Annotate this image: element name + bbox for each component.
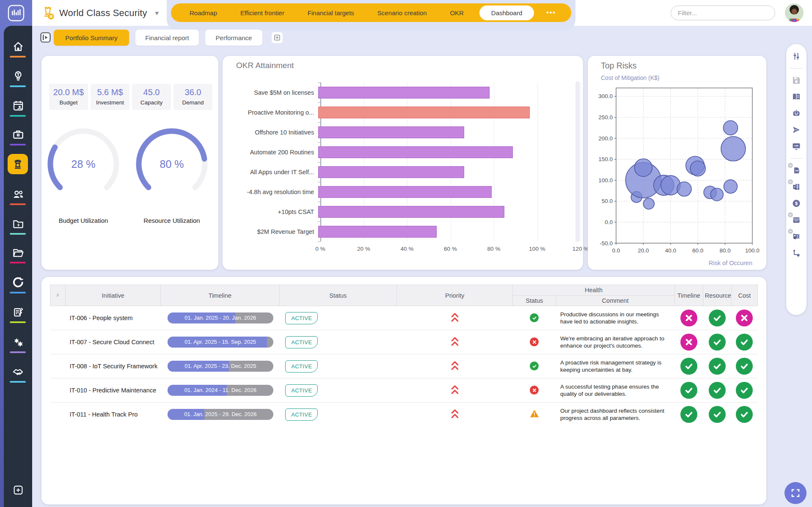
toolbar-send-button[interactable] [791, 124, 802, 135]
col-header-health-status[interactable]: Status [513, 296, 556, 306]
sidebar-item-documents[interactable] [4, 246, 32, 259]
toolbar-presentation-button[interactable] [791, 141, 802, 152]
portfolio-icon [12, 128, 25, 141]
okr-bar [318, 206, 504, 218]
kpi-capacity: 45.0 Capacity [132, 84, 171, 110]
col-header-resource-health[interactable]: Resource [703, 285, 731, 306]
assistant-icon [791, 108, 801, 118]
toolbar-export-excel-button[interactable]: X [791, 181, 802, 192]
timeline-gantt-bar[interactable]: 01. Jan. 2025 - 20. Jan. 2026 [168, 312, 273, 323]
scenarios-icon [12, 306, 25, 318]
col-header-priority[interactable]: Priority [396, 285, 512, 306]
chevron-down-badge[interactable] [788, 179, 793, 184]
right-toolbar: PDFX$ [786, 44, 806, 315]
sidebar-item-projects[interactable] [4, 217, 32, 230]
table-row[interactable]: IT-011 - Health Track Pro01. Jan. 2025 -… [50, 403, 758, 427]
status-badge: ACTIVE [285, 408, 318, 421]
toolbar-schedule-button[interactable] [791, 214, 802, 225]
toolbar-workflow-settings-button[interactable] [791, 247, 802, 258]
nav-tab-dashboard[interactable]: Dashboard [479, 5, 534, 20]
sidebar-item-partners[interactable] [4, 365, 32, 378]
toolbar-save-button[interactable] [791, 75, 802, 86]
col-header-cost-health[interactable]: Cost [731, 285, 757, 306]
add-tab-button[interactable] [271, 31, 284, 46]
col-header-initiative[interactable]: Initiative [66, 285, 161, 306]
col-header-index[interactable]: # [50, 285, 66, 306]
okr-bar-row: $2M Revenue Target [234, 222, 572, 241]
chevron-down-icon[interactable]: ▼ [154, 10, 160, 16]
status-badge: ACTIVE [285, 336, 318, 348]
toolbar-report-button[interactable] [791, 231, 802, 242]
table-row[interactable]: IT-006 - People system01. Jan. 2025 - 20… [50, 306, 758, 330]
sidebar-item-planner[interactable] [4, 99, 32, 112]
initiative-cell: IT-010 - Predictive Maintenance [66, 378, 161, 403]
sidebar-item-home[interactable] [4, 40, 32, 53]
initiative-cell: IT-006 - People system [66, 306, 161, 330]
user-avatar[interactable] [785, 3, 804, 22]
fullscreen-button[interactable] [784, 482, 806, 504]
toolbar-wiki-button[interactable] [791, 91, 802, 102]
timeline-dates: 01. Apr. 2025 - 23. Dec. 2025 [168, 361, 273, 372]
okr-bar-row: Automate 200 Routines [234, 142, 572, 162]
resource-utilization-gauge: 80 % [132, 124, 212, 204]
resource-health-cell [703, 354, 731, 378]
toolbar-export-pdf-button[interactable]: PDF [791, 165, 802, 176]
okr-x-tick-label: 120 % [573, 246, 589, 252]
sidebar-item-lifecycle[interactable] [4, 276, 32, 289]
timeline-gantt-bar[interactable]: 01. Apr. 2025 - 23. Dec. 2025 [168, 361, 273, 372]
nav-tab-okr[interactable]: OKR [442, 5, 471, 20]
toolbar-financials-button[interactable]: $ [791, 198, 802, 209]
okr-card-title: OKR Attainment [236, 61, 294, 70]
initiative-cell: IT-008 - IoT Security Framework [66, 354, 161, 378]
svg-text:80.0: 80.0 [719, 247, 730, 254]
svg-text:Risk of Occuren: Risk of Occuren [709, 260, 752, 266]
nav-tab-efficient-frontier[interactable]: Efficient frontier [233, 5, 292, 20]
nav-tab-financial-targets[interactable]: Financial targets [300, 5, 362, 20]
app-logo[interactable] [0, 0, 32, 26]
table-row[interactable]: IT-008 - IoT Security Framework01. Apr. … [50, 354, 758, 378]
chevron-down-badge[interactable] [788, 212, 793, 217]
table-row[interactable]: IT-007 - Secure Cloud Connect01. Apr. 20… [50, 330, 758, 354]
collapse-sidebar-button[interactable] [40, 32, 51, 45]
timeline-gantt-bar[interactable]: 01. Jan. 2025 - 29. Dec. 2026 [168, 409, 273, 420]
col-header-health[interactable]: Health [513, 285, 674, 296]
col-header-status[interactable]: Status [279, 285, 396, 306]
sidebar-item-portfolio[interactable] [4, 128, 32, 141]
okr-x-tick-label: 60 % [444, 246, 457, 252]
sidebar-item-settings[interactable] [4, 336, 32, 348]
toolbar-filters-button[interactable] [791, 51, 802, 62]
sidebar-item-ideas[interactable] [4, 70, 32, 82]
nav-tab-roadmap[interactable]: Roadmap [182, 5, 225, 20]
col-header-timeline-health[interactable]: Timeline [674, 285, 703, 306]
chevron-down-badge[interactable] [788, 163, 793, 168]
subtab-financial-report[interactable]: Financial report [135, 30, 199, 46]
schedule-icon [791, 215, 801, 225]
kpi-capacity-label: Capacity [133, 99, 170, 106]
resource-utilization-label: Resource Utilization [132, 217, 212, 224]
okr-scrollbar[interactable] [575, 81, 580, 242]
okr-bar-track [318, 186, 572, 198]
sidebar-item-add-new[interactable] [4, 484, 32, 496]
timeline-gantt-bar[interactable]: 01. Jan. 2024 - 11. Dec. 2026 [168, 385, 273, 396]
nav-more-button[interactable]: ••• [542, 9, 560, 16]
health-comment-cell: A successful testing phase ensures the q… [556, 378, 674, 403]
subtab-portfolio-summary[interactable]: Portfolio Summary [54, 30, 129, 46]
subtab-performance[interactable]: Performance [205, 30, 262, 46]
col-header-health-comment[interactable]: Comment [556, 296, 674, 306]
sidebar-item-strategy-selected[interactable] [8, 154, 28, 174]
timeline-cell: 01. Apr. 2025 - 15. Sep. 2025 [161, 330, 279, 354]
filter-input[interactable] [671, 5, 775, 20]
chevron-down-badge[interactable] [788, 229, 793, 234]
partners-icon [12, 365, 25, 378]
timeline-gantt-bar[interactable]: 01. Apr. 2025 - 15. Sep. 2025 [168, 337, 273, 348]
table-row[interactable]: IT-010 - Predictive Maintenance01. Jan. … [50, 378, 758, 403]
toolbar-assistant-button[interactable] [791, 108, 802, 119]
col-header-timeline[interactable]: Timeline [161, 285, 279, 306]
ideas-icon [12, 70, 25, 82]
resource-health-cell [703, 330, 731, 354]
sidebar-item-scenarios[interactable] [4, 306, 32, 318]
okr-x-tick-label: 20 % [357, 246, 370, 252]
nav-tab-scenario-creation[interactable]: Scenario creation [370, 5, 435, 20]
health-comment-cell: We're embracing an iterative approach to… [556, 330, 674, 354]
sidebar-item-team[interactable] [4, 188, 32, 200]
